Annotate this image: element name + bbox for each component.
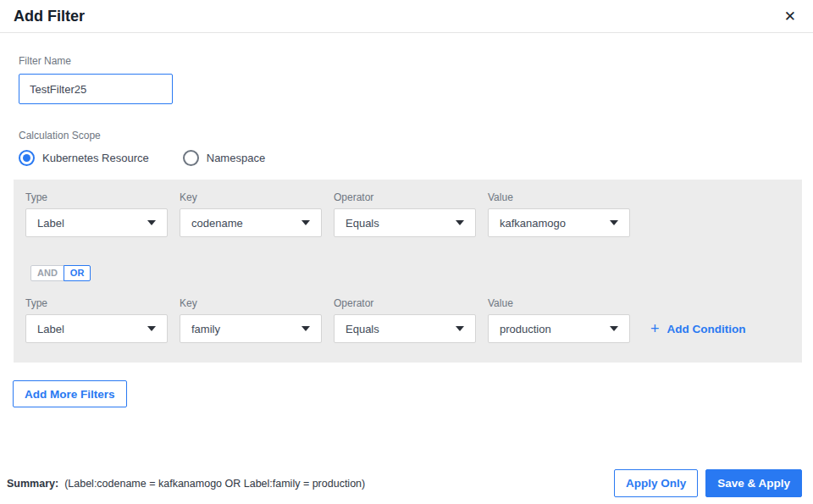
or-toggle-button[interactable]: OR [64, 265, 91, 281]
filter-name-label: Filter Name [19, 55, 813, 67]
save-and-apply-button[interactable]: Save & Apply [705, 469, 802, 497]
add-more-filters-section: Add More Filters [0, 363, 813, 407]
add-condition-label: Add Condition [667, 323, 746, 335]
key-dropdown[interactable]: codename [180, 208, 322, 237]
logic-operator-toggle: AND OR [30, 265, 91, 281]
condition-value-field: Value production [488, 297, 630, 343]
key-label: Key [180, 191, 322, 203]
value-dropdown-value: production [500, 323, 551, 335]
calculation-scope-options: Kubernetes Resource Namespace [19, 150, 813, 166]
conditions-panel: Type Label Key codename Operator Equals [14, 180, 802, 363]
condition-row-1: Type Label Key codename Operator Equals [25, 191, 790, 237]
chevron-down-icon [301, 220, 310, 225]
operator-label: Operator [334, 297, 476, 309]
dialog-footer: Summary:(Label:codename = kafkanamogo OR… [0, 469, 813, 497]
summary: Summary:(Label:codename = kafkanamogo OR… [7, 478, 365, 490]
apply-only-button[interactable]: Apply Only [614, 469, 698, 497]
operator-label: Operator [334, 191, 476, 203]
key-dropdown-value: codename [191, 217, 243, 230]
plus-icon: + [650, 321, 660, 336]
add-filter-dialog: Add Filter ✕ Filter Name Calculation Sco… [0, 0, 813, 504]
value-label: Value [488, 297, 630, 309]
radio-selected-icon[interactable] [19, 150, 35, 166]
chevron-down-icon [147, 220, 156, 225]
condition-type-field: Type Label [25, 191, 168, 237]
value-dropdown-value: kafkanamogo [500, 217, 566, 230]
footer-actions: Apply Only Save & Apply [614, 469, 802, 497]
key-label: Key [180, 297, 322, 309]
operator-dropdown[interactable]: Equals [334, 314, 476, 343]
type-dropdown[interactable]: Label [25, 314, 168, 343]
value-dropdown[interactable]: kafkanamogo [488, 208, 630, 237]
condition-operator-field: Operator Equals [334, 191, 476, 237]
chevron-down-icon [301, 326, 310, 331]
condition-operator-field: Operator Equals [334, 297, 476, 343]
chevron-down-icon [456, 220, 464, 225]
type-dropdown-value: Label [37, 323, 64, 335]
filter-name-input[interactable] [19, 74, 173, 104]
key-dropdown-value: family [191, 323, 220, 335]
chevron-down-icon [610, 220, 618, 225]
operator-dropdown-value: Equals [346, 323, 379, 335]
summary-label: Summary: [7, 478, 58, 490]
add-condition-button[interactable]: + Add Condition [650, 321, 746, 336]
chevron-down-icon [610, 326, 618, 331]
key-dropdown[interactable]: family [180, 314, 322, 343]
filter-name-section: Filter Name [19, 55, 813, 104]
radio-namespace[interactable]: Namespace [183, 150, 265, 166]
calculation-scope-label: Calculation Scope [19, 130, 813, 141]
value-dropdown[interactable]: production [488, 314, 630, 343]
radio-unselected-icon[interactable] [183, 150, 199, 166]
chevron-down-icon [456, 326, 464, 331]
calculation-scope-section: Calculation Scope Kubernetes Resource Na… [19, 130, 813, 166]
type-dropdown-value: Label [37, 217, 64, 230]
condition-key-field: Key codename [180, 191, 322, 237]
operator-dropdown[interactable]: Equals [334, 208, 476, 237]
operator-dropdown-value: Equals [346, 217, 379, 230]
add-condition-wrap: + Add Condition [650, 297, 746, 343]
type-dropdown[interactable]: Label [25, 208, 168, 237]
value-label: Value [488, 191, 630, 203]
dialog-header: Add Filter ✕ [0, 0, 813, 33]
type-label: Type [25, 297, 168, 309]
radio-kubernetes-resource[interactable]: Kubernetes Resource [19, 150, 149, 166]
condition-row-2: Type Label Key family Operator Equals [25, 297, 790, 343]
radio-label: Namespace [207, 152, 265, 164]
chevron-down-icon [147, 326, 156, 331]
add-more-filters-button[interactable]: Add More Filters [13, 380, 127, 407]
type-label: Type [25, 191, 168, 203]
condition-value-field: Value kafkanamogo [488, 191, 630, 237]
and-toggle-button[interactable]: AND [30, 265, 64, 281]
condition-type-field: Type Label [25, 297, 168, 343]
radio-label: Kubernetes Resource [42, 152, 149, 164]
summary-text: (Label:codename = kafkanamogo OR Label:f… [64, 478, 365, 490]
close-icon[interactable]: ✕ [781, 8, 799, 25]
dialog-title: Add Filter [14, 8, 85, 25]
condition-key-field: Key family [180, 297, 322, 343]
